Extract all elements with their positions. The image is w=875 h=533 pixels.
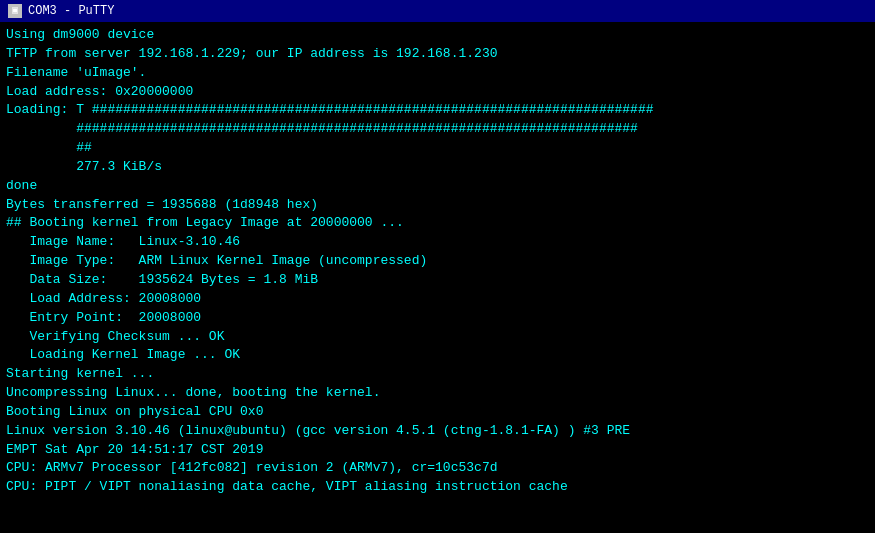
line-10: Bytes transferred = 1935688 (1d8948 hex) [6, 196, 869, 215]
line-5: Loading: T #############################… [6, 101, 869, 120]
line-14: Data Size: 1935624 Bytes = 1.8 MiB [6, 271, 869, 290]
line-9: done [6, 177, 869, 196]
line-27: CPU: PIPT / VIPT nonaliasing data cache,… [6, 478, 869, 497]
line-25: EMPT Sat Apr 20 14:51:17 CST 2019 [6, 441, 869, 460]
line-4: Load address: 0x20000000 [6, 83, 869, 102]
line-24: Linux version 3.10.46 (linux@ubuntu) (gc… [6, 422, 869, 441]
line-23: Booting Linux on physical CPU 0x0 [6, 403, 869, 422]
title-bar: ▣ COM3 - PuTTY [0, 0, 875, 22]
line-2: TFTP from server 192.168.1.229; our IP a… [6, 45, 869, 64]
line-8: 277.3 KiB/s [6, 158, 869, 177]
line-18: Loading Kernel Image ... OK [6, 346, 869, 365]
line-7: ## [6, 139, 869, 158]
terminal-body: Using dm9000 device TFTP from server 192… [0, 22, 875, 501]
line-15: Load Address: 20008000 [6, 290, 869, 309]
line-26: CPU: ARMv7 Processor [412fc082] revision… [6, 459, 869, 478]
line-17: Verifying Checksum ... OK [6, 328, 869, 347]
line-16: Entry Point: 20008000 [6, 309, 869, 328]
line-6: ########################################… [6, 120, 869, 139]
line-13: Image Type: ARM Linux Kernel Image (unco… [6, 252, 869, 271]
window-title: COM3 - PuTTY [28, 4, 114, 18]
line-22: Uncompressing Linux... done, booting the… [6, 384, 869, 403]
line-12: Image Name: Linux-3.10.46 [6, 233, 869, 252]
line-3: Filename 'uImage'. [6, 64, 869, 83]
window-icon: ▣ [8, 4, 22, 18]
line-20: Starting kernel ... [6, 365, 869, 384]
line-1: Using dm9000 device [6, 26, 869, 45]
line-11: ## Booting kernel from Legacy Image at 2… [6, 214, 869, 233]
